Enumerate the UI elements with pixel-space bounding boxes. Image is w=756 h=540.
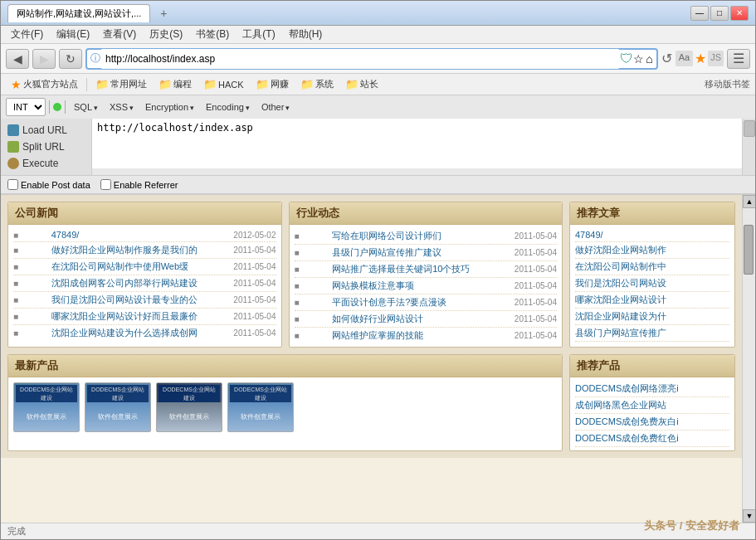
- address-input[interactable]: [100, 49, 620, 69]
- enable-referrer-checkbox[interactable]: [100, 179, 111, 190]
- new-products-section: 最新产品 DODECMS企业网站建设 软件创意展示 DODECMS企业网站建设: [7, 354, 563, 451]
- news-bullet: ■: [295, 281, 300, 290]
- new-tab-button[interactable]: +: [154, 4, 173, 22]
- bottom-grid: 最新产品 DODECMS企业网站建设 软件创意展示 DODECMS企业网站建设: [1, 354, 742, 458]
- menu-view[interactable]: 查看(V): [96, 26, 143, 43]
- bookmark-hack[interactable]: 📁 HACK: [198, 76, 249, 92]
- bookmark-star-icon[interactable]: ☆: [633, 52, 644, 66]
- menu-file[interactable]: 文件(F): [4, 26, 50, 43]
- list-item[interactable]: 沈阳企业网站建设为什: [575, 309, 729, 325]
- list-item[interactable]: DODECMS成创网络漂亮i: [575, 381, 729, 397]
- scrollbar-thumb[interactable]: [744, 225, 754, 275]
- list-item[interactable]: 做好沈阳企业网站制作: [575, 242, 729, 259]
- list-item[interactable]: 哪家沈阳企业网站设计: [575, 292, 729, 309]
- close-button[interactable]: ✕: [730, 6, 749, 21]
- product-thumb-2[interactable]: DODECMS企业网站建设 软件创意展示: [85, 382, 151, 432]
- news-bullet: ■: [13, 312, 18, 321]
- maximize-button[interactable]: □: [710, 6, 729, 21]
- product-thumb-1[interactable]: DODECMS企业网站建设 软件创意展示: [13, 382, 80, 432]
- news-text[interactable]: 写给在职网络公司设计师们: [332, 230, 481, 242]
- split-icon: [7, 141, 19, 153]
- list-item: ■ 平面设计创意手法?要点漫谈 2011-05-04: [295, 294, 558, 311]
- news-text[interactable]: 网站换模板注意事项: [332, 280, 481, 292]
- list-item[interactable]: 成创网络黑色企业网站: [575, 397, 729, 414]
- news-date: 2011-05-04: [233, 312, 276, 321]
- news-text[interactable]: 如何做好行业网站设计: [332, 313, 481, 325]
- news-date: 2011-05-04: [515, 331, 557, 340]
- bookmark-webmaster[interactable]: 📁 站长: [340, 76, 383, 92]
- load-icon: [7, 124, 19, 136]
- bookmark-common[interactable]: 📁 常用网址: [90, 76, 152, 92]
- bookmark-firefox[interactable]: ★ 火狐官方站点: [6, 76, 83, 93]
- menu-button[interactable]: ☰: [727, 49, 750, 69]
- browser-window: 网站制作,网站建设,网站设计,... + — □ ✕ 文件(F) 编辑(E) 查…: [0, 0, 756, 540]
- news-text[interactable]: 网站维护应掌握的技能: [332, 329, 481, 342]
- execute-button[interactable]: Execute: [1, 155, 91, 172]
- bookmark-earn[interactable]: 📁 网赚: [251, 76, 294, 92]
- menu-bookmarks[interactable]: 书签(B): [189, 26, 236, 43]
- active-tab[interactable]: 网站制作,网站建设,网站设计,...: [7, 4, 150, 22]
- menu-tools[interactable]: 工具(T): [236, 26, 281, 43]
- enable-post-checkbox[interactable]: [7, 179, 18, 190]
- product-title-3: DODECMS企业网站建设: [159, 385, 220, 403]
- reload-icon[interactable]: ↺: [661, 51, 672, 66]
- news-text[interactable]: 哪家沈阳企业网站设计好而且最廉价: [51, 310, 201, 323]
- news-text[interactable]: 沈阳成创网客公司内部举行网站建设: [51, 277, 201, 289]
- hackbar-other[interactable]: Other: [256, 100, 295, 114]
- news-text[interactable]: 做好沈阳企业网站制作服务是我们的: [51, 244, 201, 256]
- hackbar-status-dot: [53, 103, 61, 111]
- news-text[interactable]: 网站推广选择最佳关键词10个技巧: [332, 263, 481, 275]
- hackbar-sql[interactable]: SQL: [69, 100, 103, 114]
- news-text[interactable]: 沈阳企业网站建设为什么选择成创网: [51, 327, 201, 339]
- scrollbar-up-button[interactable]: ▲: [743, 195, 755, 208]
- list-item: ■ 写给在职网络公司设计师们 2011-05-04: [295, 228, 558, 245]
- back-button[interactable]: ◀: [6, 49, 29, 69]
- hackbar-encryption[interactable]: Encryption: [140, 100, 199, 114]
- bookmark-system[interactable]: 📁 系统: [295, 76, 339, 92]
- star-icon[interactable]: ★: [695, 51, 706, 66]
- menu-edit[interactable]: 编辑(E): [50, 26, 96, 43]
- list-item[interactable]: 47849/: [575, 228, 729, 242]
- hackbar-encoding[interactable]: Encoding: [201, 100, 255, 114]
- list-item[interactable]: 县级门户网站宣传推广: [575, 325, 729, 342]
- list-item: ■ 我们是沈阳公司网站设计最专业的公 2011-05-04: [13, 292, 276, 309]
- forward-button[interactable]: ▶: [32, 49, 56, 69]
- list-item[interactable]: DODECMS成创免费红色i: [575, 431, 729, 447]
- product-thumb-4[interactable]: DODECMS企业网站建设 软件创意展示: [227, 382, 294, 432]
- hackbar-url-textarea[interactable]: http://localhost/index.asp: [92, 119, 742, 168]
- list-item[interactable]: DODECMS成创免费灰白i: [575, 414, 729, 431]
- scrollbar-track[interactable]: [743, 208, 755, 509]
- industry-news-header: 行业动态: [290, 202, 563, 225]
- menu-help[interactable]: 帮助(H): [282, 26, 329, 43]
- hackbar-xss[interactable]: XSS: [105, 100, 139, 114]
- bookmark-programming[interactable]: 📁 编程: [154, 76, 197, 92]
- list-item: ■ 县级门户网站宣传推广建议 2011-05-04: [295, 245, 558, 261]
- load-url-button[interactable]: Load URL: [1, 122, 91, 139]
- news-text[interactable]: 我们是沈阳公司网站设计最专业的公: [51, 294, 201, 306]
- enable-post-label[interactable]: Enable Post data: [7, 179, 90, 190]
- mobile-bookmarks[interactable]: 移动版书签: [705, 78, 750, 90]
- news-text[interactable]: 县级门户网站宣传推广建议: [332, 246, 481, 259]
- news-text[interactable]: 47849/: [51, 230, 201, 240]
- news-text[interactable]: 平面设计创意手法?要点漫谈: [332, 296, 481, 309]
- news-bullet: ■: [295, 248, 300, 257]
- scrollbar-down-button[interactable]: ▼: [743, 509, 755, 523]
- enable-referrer-label[interactable]: Enable Referrer: [100, 179, 178, 190]
- product-thumb-3[interactable]: DODECMS企业网站建设 软件创意展示: [156, 382, 222, 432]
- list-item: ■ 网站推广选择最佳关键词10个技巧 2011-05-04: [295, 261, 558, 278]
- content-body: 公司新闻 ■ 47849/ 2012-05-02 ■ 做好沈阳企业网站制作服务是…: [1, 195, 755, 523]
- industry-news-body: ■ 写给在职网络公司设计师们 2011-05-04 ■ 县级门户网站宣传推广建议…: [290, 225, 563, 347]
- minimize-button[interactable]: —: [690, 6, 709, 21]
- news-text[interactable]: 在沈阳公司网站制作中使用Web缓: [51, 260, 201, 273]
- menu-history[interactable]: 历史(S): [143, 26, 189, 43]
- hackbar-type-select[interactable]: INT: [6, 98, 46, 116]
- home-icon[interactable]: ⌂: [646, 52, 652, 66]
- hackbar-scroll-thumb[interactable]: [744, 120, 755, 137]
- list-item: ■ 47849/ 2012-05-02: [13, 228, 276, 242]
- text-icon: Aa: [676, 51, 693, 66]
- reload-button[interactable]: ↻: [59, 49, 82, 69]
- list-item[interactable]: 在沈阳公司网站制作中: [575, 259, 729, 275]
- list-item[interactable]: 我们是沈阳公司网站设: [575, 275, 729, 292]
- split-url-button[interactable]: Split URL: [1, 139, 91, 155]
- list-item: ■ 沈阳企业网站建设为什么选择成创网 2011-05-04: [13, 325, 276, 341]
